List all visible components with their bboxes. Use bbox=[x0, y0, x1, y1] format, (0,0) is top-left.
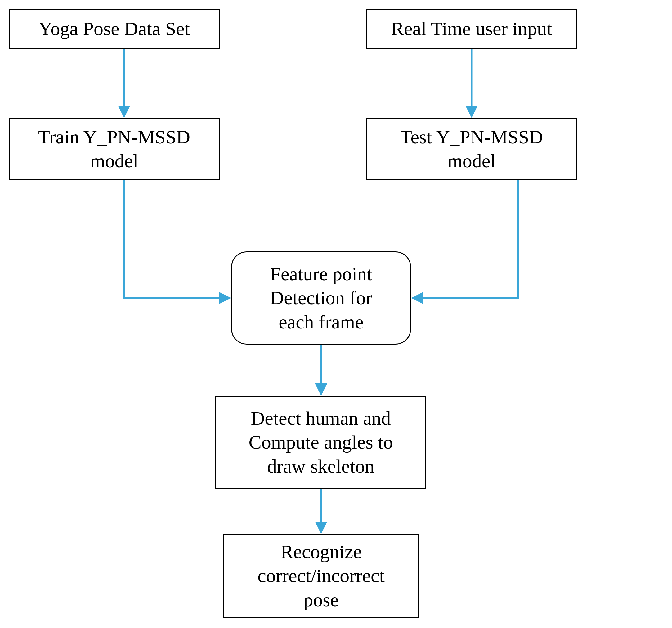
node-real-time-user-input: Real Time user input bbox=[366, 9, 577, 49]
arrow-test-to-feature bbox=[413, 180, 518, 298]
node-label: Recognizecorrect/incorrectpose bbox=[258, 540, 385, 612]
arrow-train-to-feature bbox=[124, 180, 229, 298]
node-label: Yoga Pose Data Set bbox=[39, 17, 190, 41]
node-label: Feature pointDetection foreach frame bbox=[270, 262, 372, 334]
node-recognize-pose: Recognizecorrect/incorrectpose bbox=[223, 534, 419, 618]
node-detect-human-compute-angles: Detect human andCompute angles todraw sk… bbox=[215, 396, 426, 489]
node-label: Real Time user input bbox=[391, 17, 552, 41]
node-label: Train Y_PN-MSSDmodel bbox=[38, 125, 190, 173]
flowchart-canvas: Yoga Pose Data Set Real Time user input … bbox=[0, 0, 672, 628]
node-train-model: Train Y_PN-MSSDmodel bbox=[9, 118, 220, 180]
node-label: Detect human andCompute angles todraw sk… bbox=[249, 406, 393, 479]
node-feature-point-detection: Feature pointDetection foreach frame bbox=[231, 252, 411, 345]
node-label: Test Y_PN-MSSDmodel bbox=[400, 125, 543, 173]
node-yoga-pose-data-set: Yoga Pose Data Set bbox=[9, 9, 220, 49]
node-test-model: Test Y_PN-MSSDmodel bbox=[366, 118, 577, 180]
